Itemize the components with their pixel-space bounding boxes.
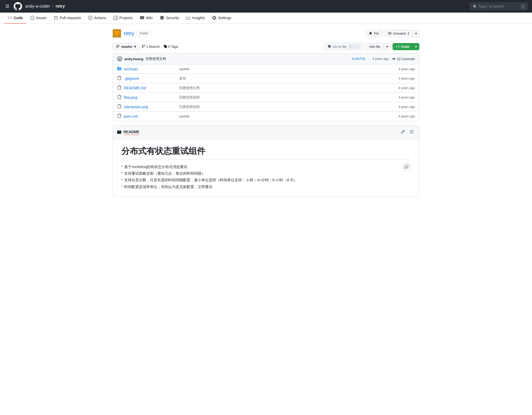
code-caret[interactable]: ▾ — [413, 43, 419, 50]
commit-avatar — [117, 56, 122, 61]
readme-list: 基于rocketmq的有状态分布式消息重试 支持重试策略定制（通知几次，每次的时… — [121, 164, 411, 190]
tab-actions[interactable]: Actions — [85, 13, 110, 24]
branch-count-link[interactable]: 1 Branch — [142, 45, 160, 49]
code-group: Code ▾ — [393, 43, 420, 50]
tab-security[interactable]: Security — [156, 13, 183, 24]
file-link-1[interactable]: .gitignore — [124, 76, 176, 81]
repo-header: 🧡 retry Public Pin Unwatch 2 ▾ — [113, 29, 419, 38]
file-link-0[interactable]: src/main — [124, 67, 176, 71]
add-file-label: Add file — [369, 45, 380, 49]
reponame-link[interactable]: retry — [56, 4, 65, 8]
edit-readme-button[interactable] — [400, 129, 406, 136]
readme-bullet-3: 支持任意次数，任意长度的时间间隔配置，最小单位是秒（时间单位支持： s-秒；m-… — [124, 177, 297, 183]
file-commit-msg-5: update — [179, 114, 386, 118]
file-time-2: 4 years ago — [389, 86, 415, 90]
go-to-file-key: t — [348, 44, 361, 49]
file-link-5[interactable]: pom.xml — [124, 114, 176, 118]
tab-settings-label: Settings — [218, 16, 231, 20]
file-commit-msg-0: update — [179, 67, 386, 71]
tab-code-label: Code — [14, 16, 23, 20]
tab-settings[interactable]: Settings — [208, 13, 235, 24]
go-to-file-label: Go to file — [333, 45, 347, 49]
commits-count-label: 13 Commits — [397, 57, 415, 61]
tag-count: 0 Tags — [168, 45, 178, 49]
file-time-4: 4 years ago — [389, 105, 415, 109]
toc-readme-button[interactable] — [409, 129, 415, 136]
readme-bullet-1: 基于rocketmq的有状态分布式消息重试 — [124, 164, 187, 170]
repo-title-area: 🧡 retry Public — [113, 29, 151, 38]
pin-label: Pin — [374, 32, 379, 35]
username-link[interactable]: andy-a-coder — [25, 4, 50, 8]
commits-count-link[interactable]: 13 Commits — [392, 57, 415, 61]
unwatch-group: Unwatch 2 ▾ — [384, 30, 419, 37]
tab-pull-requests[interactable]: Pull requests — [50, 13, 85, 24]
main-content: 🧡 retry Public Pin Unwatch 2 ▾ — [108, 24, 424, 202]
branch-chevron-icon: ▾ — [134, 45, 136, 49]
add-file-group: Add file ▾ — [366, 43, 390, 50]
file-time-1: 4 years ago — [389, 77, 415, 80]
tab-projects-label: Projects — [119, 16, 133, 20]
hamburger-button[interactable] — [4, 3, 11, 9]
readme-header: README — [113, 126, 419, 139]
file-icon-5 — [117, 114, 121, 119]
tab-actions-label: Actions — [94, 16, 106, 20]
tab-insights[interactable]: Insights — [183, 13, 208, 24]
commit-sha[interactable]: 5c4a736 — [352, 57, 365, 61]
tab-wiki-label: Wiki — [146, 16, 153, 20]
github-logo[interactable] — [14, 2, 22, 11]
go-to-file-button[interactable]: Go to file t — [325, 43, 363, 50]
readme-title: README — [117, 130, 139, 135]
tab-issues[interactable]: Issues — [27, 13, 50, 24]
readme-section: README 分布式有状态重试组件 — [113, 125, 419, 197]
file-row: interaction.png 完善使用说明 4 years ago — [113, 102, 419, 112]
readme-bullet-2: 支持重试策略定制（通知几次，每次的时间间隔） — [124, 170, 205, 177]
add-file-button[interactable]: Add file — [366, 43, 384, 50]
branch-selector[interactable]: master ▾ — [113, 43, 139, 50]
readme-heading: 分布式有状态重试组件 — [121, 146, 411, 159]
unwatch-count: 2 — [408, 32, 409, 35]
code-button[interactable]: Code — [393, 43, 413, 50]
readme-body: 分布式有状态重试组件 基于rocketmq的有状态分布式消息重试 支持重试策略定… — [113, 139, 419, 196]
tab-code[interactable]: Code — [4, 13, 27, 24]
search-placeholder: Type / to search — [478, 4, 519, 8]
folder-icon — [117, 66, 121, 71]
commit-meta: 5c4a736 · 4 years ago 13 Commits — [352, 57, 415, 61]
commit-time: 4 years ago — [372, 57, 389, 61]
unwatch-caret[interactable]: ▾ — [413, 30, 419, 37]
file-link-3[interactable]: flow.png — [124, 95, 176, 100]
tab-wiki[interactable]: Wiki — [136, 13, 156, 24]
branch-meta: 1 Branch 0 Tags — [142, 45, 178, 49]
branch-count: 1 Branch — [146, 45, 160, 49]
file-time-0: 4 years ago — [389, 67, 415, 71]
add-file-caret[interactable]: ▾ — [384, 43, 390, 50]
pin-button[interactable]: Pin — [366, 30, 382, 37]
repo-header-actions: Pin Unwatch 2 ▾ — [366, 30, 419, 37]
file-icon-3 — [117, 95, 121, 100]
file-commit-msg-3: 完善使用说明 — [179, 95, 386, 100]
tab-issues-label: Issues — [36, 16, 46, 20]
tab-pull-requests-label: Pull requests — [60, 16, 81, 20]
top-nav: andy-a-coder / retry Type / to search / — [0, 0, 532, 13]
file-row: src/main update 4 years ago — [113, 64, 419, 74]
tab-projects[interactable]: Projects — [110, 13, 136, 24]
file-row: README.md 完善使用文档 4 years ago — [113, 83, 419, 93]
file-commit-msg-4: 完善使用说明 — [179, 105, 386, 109]
unwatch-button[interactable]: Unwatch 2 — [384, 30, 413, 37]
file-icon-1 — [117, 76, 121, 81]
file-row: .gitignore 发布 4 years ago — [113, 74, 419, 83]
copy-code-button[interactable] — [402, 164, 411, 171]
repo-avatar: 🧡 — [113, 29, 121, 38]
user-repo-path: andy-a-coder / retry — [25, 4, 467, 9]
tag-count-link[interactable]: 0 Tags — [164, 45, 178, 49]
visibility-badge: Public — [137, 31, 151, 36]
file-commit-msg-1: 发布 — [179, 76, 386, 81]
file-link-2[interactable]: README.md — [124, 86, 176, 90]
file-icon-2 — [117, 85, 121, 90]
commit-author[interactable]: andy.huang — [124, 57, 143, 61]
repo-name-heading[interactable]: retry — [124, 30, 134, 37]
file-link-4[interactable]: interaction.png — [124, 105, 176, 109]
search-box[interactable]: Type / to search / — [470, 3, 528, 10]
go-to-file-bar: Go to file t Add file ▾ Code ▾ — [325, 43, 419, 50]
code-label: Code — [401, 45, 410, 49]
readme-actions — [400, 129, 415, 136]
